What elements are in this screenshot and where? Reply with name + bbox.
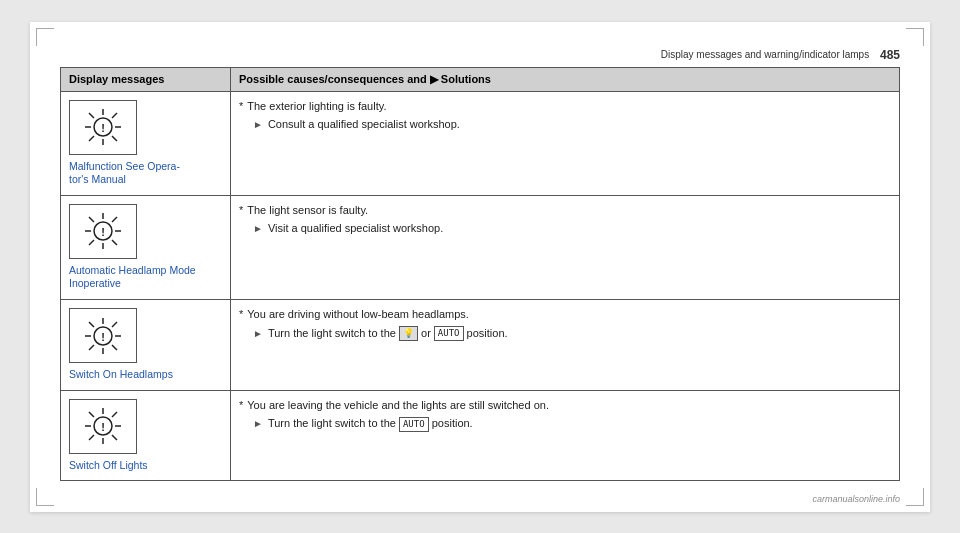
malfunction-lamp-icon: ! [77, 105, 129, 149]
display-messages-table: Display messages Possible causes/consequ… [60, 67, 900, 482]
svg-line-36 [112, 412, 117, 417]
main-content: Display messages Possible causes/consequ… [60, 67, 900, 482]
bullet-star: * [239, 397, 243, 414]
malfunction-label: Malfunction See Opera-tor's Manual [69, 160, 180, 187]
auto-label: Automatic Headlamp ModeInoperative [69, 264, 196, 291]
switchoff-icon-box: ! [69, 399, 137, 454]
solution-3: ► Turn the light switch to the 💡 or AUTO… [253, 325, 891, 342]
display-item-malfunction: ! Malfunction See Opera-tor's Manual [69, 98, 222, 189]
table-header-row: Display messages Possible causes/consequ… [61, 67, 900, 91]
auto-lamp-icon: ! [77, 209, 129, 253]
svg-line-16 [112, 217, 117, 222]
solution-text-4: Turn the light switch to the AUTO positi… [268, 415, 473, 432]
solution-2: ► Visit a qualified specialist workshop. [253, 220, 891, 237]
svg-text:!: ! [101, 331, 105, 343]
solution-arrow: ► [253, 117, 263, 132]
causes-content-malfunction: * The exterior lighting is faulty. ► Con… [239, 98, 891, 133]
cause-bullet-4: * You are leaving the vehicle and the li… [239, 397, 891, 414]
switchoff-label: Switch Off Lights [69, 459, 148, 473]
causes-content-switchon: * You are driving without low-beam headl… [239, 306, 891, 341]
solution-arrow: ► [253, 326, 263, 341]
svg-line-25 [112, 345, 117, 350]
page-number: 485 [880, 48, 900, 62]
col-header-display: Display messages [61, 67, 231, 91]
page: Display messages and warning/indicator l… [30, 22, 930, 512]
svg-line-7 [89, 136, 94, 141]
svg-text:!: ! [101, 421, 105, 433]
display-cell-switchoff: ! Switch Off Lights [61, 390, 231, 481]
svg-line-26 [112, 322, 117, 327]
malfunction-icon-box: ! [69, 100, 137, 155]
svg-line-6 [112, 113, 117, 118]
display-item-switchon: ! Switch On Headlamps [69, 306, 222, 384]
display-cell-switchon: ! Switch On Headlamps [61, 300, 231, 391]
display-cell-auto: ! Automatic Headlamp ModeInoperative [61, 195, 231, 299]
svg-line-5 [112, 136, 117, 141]
causes-cell-switchoff: * You are leaving the vehicle and the li… [231, 390, 900, 481]
svg-text:!: ! [101, 226, 105, 238]
bullet-star: * [239, 306, 243, 323]
watermark: carmanualsonline.info [812, 494, 900, 504]
table-row: ! Switch Off Lights * You are leaving th… [61, 390, 900, 481]
switchon-label: Switch On Headlamps [69, 368, 173, 382]
display-item-switchoff: ! Switch Off Lights [69, 397, 222, 475]
svg-line-24 [89, 322, 94, 327]
table-row: ! Automatic Headlamp ModeInoperative * T… [61, 195, 900, 299]
svg-line-17 [89, 240, 94, 245]
solution-arrow: ► [253, 221, 263, 236]
corner-bl [36, 488, 54, 506]
table-row: ! Malfunction See Opera-tor's Manual * T… [61, 91, 900, 195]
page-header: Display messages and warning/indicator l… [661, 48, 900, 62]
solution-arrow: ► [253, 416, 263, 431]
col2-header-text: Possible causes/consequences and [239, 73, 427, 85]
causes-content-auto: * The light sensor is faulty. ► Visit a … [239, 202, 891, 237]
page-title: Display messages and warning/indicator l… [661, 49, 869, 60]
auto-icon-box: ! [69, 204, 137, 259]
svg-line-35 [112, 435, 117, 440]
svg-line-15 [112, 240, 117, 245]
causes-cell-auto: * The light sensor is faulty. ► Visit a … [231, 195, 900, 299]
cause-bullet-2: * The light sensor is faulty. [239, 202, 891, 219]
svg-text:!: ! [101, 122, 105, 134]
switchoff-lamp-icon: ! [77, 404, 129, 448]
badge-dip: 💡 [399, 326, 418, 342]
causes-cell-malfunction: * The exterior lighting is faulty. ► Con… [231, 91, 900, 195]
cause-bullet-3: * You are driving without low-beam headl… [239, 306, 891, 323]
badge-auto-2: AUTO [399, 417, 429, 433]
svg-line-27 [89, 345, 94, 350]
cause-text-1: The exterior lighting is faulty. [247, 98, 386, 115]
table-row: ! Switch On Headlamps * You are driving … [61, 300, 900, 391]
solution-text-3: Turn the light switch to the 💡 or AUTO p… [268, 325, 508, 342]
col2-header-arrow: ▶ [430, 73, 438, 85]
cause-text-3: You are driving without low-beam headlam… [247, 306, 469, 323]
corner-tr [906, 28, 924, 46]
svg-line-4 [89, 113, 94, 118]
causes-cell-switchon: * You are driving without low-beam headl… [231, 300, 900, 391]
display-cell-malfunction: ! Malfunction See Opera-tor's Manual [61, 91, 231, 195]
solution-1: ► Consult a qualified specialist worksho… [253, 116, 891, 133]
col-header-causes: Possible causes/consequences and ▶ Solut… [231, 67, 900, 91]
switchon-icon-box: ! [69, 308, 137, 363]
cause-text-2: The light sensor is faulty. [247, 202, 368, 219]
solution-4: ► Turn the light switch to the AUTO posi… [253, 415, 891, 432]
bullet-star: * [239, 202, 243, 219]
svg-line-34 [89, 412, 94, 417]
display-item-auto: ! Automatic Headlamp ModeInoperative [69, 202, 222, 293]
bullet-star: * [239, 98, 243, 115]
col2-header-solutions: Solutions [441, 73, 491, 85]
solution-text-2: Visit a qualified specialist workshop. [268, 220, 443, 237]
solution-text-1: Consult a qualified specialist workshop. [268, 116, 460, 133]
corner-tl [36, 28, 54, 46]
cause-text-4: You are leaving the vehicle and the ligh… [247, 397, 549, 414]
badge-auto: AUTO [434, 326, 464, 342]
svg-line-37 [89, 435, 94, 440]
svg-line-14 [89, 217, 94, 222]
cause-bullet-1: * The exterior lighting is faulty. [239, 98, 891, 115]
switchon-lamp-icon: ! [77, 314, 129, 358]
causes-content-switchoff: * You are leaving the vehicle and the li… [239, 397, 891, 432]
corner-br [906, 488, 924, 506]
